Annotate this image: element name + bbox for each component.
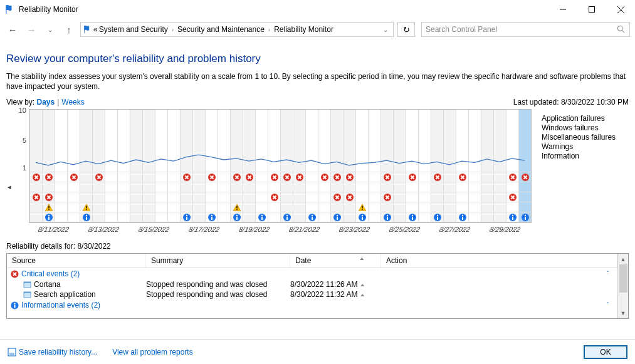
event-cell[interactable] xyxy=(280,212,293,222)
viewby-weeks-link[interactable]: Weeks xyxy=(61,98,84,107)
chart-column[interactable] xyxy=(155,110,167,172)
event-cell[interactable] xyxy=(155,212,167,222)
event-cell[interactable] xyxy=(481,182,493,192)
scroll-down-icon[interactable]: ▼ xyxy=(618,308,628,318)
event-cell[interactable] xyxy=(493,192,506,202)
event-cell[interactable] xyxy=(205,172,218,182)
event-cell[interactable] xyxy=(255,212,268,222)
event-cell[interactable] xyxy=(142,182,155,192)
table-row[interactable]: Search applicationStopped responding and… xyxy=(7,289,617,299)
event-cell[interactable] xyxy=(230,212,243,222)
reliability-chart[interactable] xyxy=(29,109,532,223)
event-cell[interactable] xyxy=(293,212,305,222)
event-cell[interactable] xyxy=(29,172,42,182)
chart-column[interactable] xyxy=(406,110,418,172)
event-cell[interactable] xyxy=(506,202,518,212)
chart-scroll-left[interactable]: ◂ xyxy=(6,109,13,233)
chart-column[interactable] xyxy=(67,110,80,172)
event-cell[interactable] xyxy=(192,172,205,182)
event-cell[interactable] xyxy=(330,202,343,212)
event-cell[interactable] xyxy=(418,172,431,182)
event-cell[interactable] xyxy=(318,182,330,192)
event-cell[interactable] xyxy=(393,182,406,192)
event-cell[interactable] xyxy=(155,182,167,192)
event-cell[interactable] xyxy=(418,192,431,202)
event-cell[interactable] xyxy=(330,192,343,202)
event-cell[interactable] xyxy=(167,202,180,212)
event-cell[interactable] xyxy=(330,182,343,192)
chart-column[interactable] xyxy=(368,110,380,172)
event-cell[interactable] xyxy=(280,172,293,182)
event-cell[interactable] xyxy=(293,202,305,212)
event-cell[interactable] xyxy=(368,202,380,212)
event-cell[interactable] xyxy=(67,172,80,182)
chart-column[interactable] xyxy=(142,110,155,172)
event-cell[interactable] xyxy=(393,172,406,182)
event-cell[interactable] xyxy=(55,172,67,182)
event-cell[interactable] xyxy=(130,172,142,182)
details-group-header[interactable]: Critical events (2)ˆ xyxy=(7,268,617,279)
event-cell[interactable] xyxy=(431,202,443,212)
event-cell[interactable] xyxy=(406,172,418,182)
event-cell[interactable] xyxy=(355,192,368,202)
save-history-link[interactable]: Save reliability history... xyxy=(8,348,97,356)
refresh-button[interactable]: ↻ xyxy=(397,22,415,37)
chart-column[interactable] xyxy=(230,110,243,172)
event-cell[interactable] xyxy=(456,212,468,222)
chart-column[interactable] xyxy=(205,110,218,172)
event-cell[interactable] xyxy=(380,172,393,182)
event-cell[interactable] xyxy=(205,192,218,202)
view-all-reports-link[interactable]: View all problem reports xyxy=(112,348,193,356)
event-cell[interactable] xyxy=(380,192,393,202)
event-cell[interactable] xyxy=(117,202,130,212)
event-cell[interactable] xyxy=(92,192,105,202)
chart-column[interactable] xyxy=(493,110,506,172)
event-cell[interactable] xyxy=(518,202,531,212)
chart-column[interactable] xyxy=(343,110,355,172)
chart-column[interactable] xyxy=(318,110,330,172)
event-cell[interactable] xyxy=(243,202,255,212)
event-cell[interactable] xyxy=(92,172,105,182)
event-cell[interactable] xyxy=(192,202,205,212)
event-cell[interactable] xyxy=(305,182,318,192)
event-cell[interactable] xyxy=(142,172,155,182)
breadcrumb-item[interactable]: Security and Maintenance xyxy=(177,25,265,34)
event-cell[interactable] xyxy=(355,212,368,222)
event-cell[interactable] xyxy=(493,212,506,222)
event-cell[interactable] xyxy=(330,172,343,182)
chart-column[interactable] xyxy=(418,110,431,172)
event-cell[interactable] xyxy=(305,212,318,222)
event-cell[interactable] xyxy=(280,192,293,202)
event-cell[interactable] xyxy=(29,192,42,202)
back-button[interactable]: ← xyxy=(5,22,20,37)
event-cell[interactable] xyxy=(105,172,117,182)
event-cell[interactable] xyxy=(343,202,355,212)
event-cell[interactable] xyxy=(42,192,55,202)
chart-column[interactable] xyxy=(330,110,343,172)
event-cell[interactable] xyxy=(518,192,531,202)
event-cell[interactable] xyxy=(305,192,318,202)
chart-column[interactable] xyxy=(305,110,318,172)
event-cell[interactable] xyxy=(130,182,142,192)
event-cell[interactable] xyxy=(406,202,418,212)
chart-column[interactable] xyxy=(192,110,205,172)
event-cell[interactable] xyxy=(380,212,393,222)
chart-column[interactable] xyxy=(293,110,305,172)
up-button[interactable]: ↑ xyxy=(61,22,76,37)
chart-column[interactable] xyxy=(280,110,293,172)
event-cell[interactable] xyxy=(167,192,180,202)
event-cell[interactable] xyxy=(130,212,142,222)
close-button[interactable] xyxy=(606,0,635,19)
chart-column[interactable] xyxy=(268,110,280,172)
event-cell[interactable] xyxy=(243,212,255,222)
event-cell[interactable] xyxy=(268,212,280,222)
event-cell[interactable] xyxy=(481,172,493,182)
event-cell[interactable] xyxy=(105,192,117,202)
event-cell[interactable] xyxy=(418,182,431,192)
event-cell[interactable] xyxy=(155,172,167,182)
event-cell[interactable] xyxy=(518,212,531,222)
event-cell[interactable] xyxy=(80,192,92,202)
event-cell[interactable] xyxy=(205,202,218,212)
event-cell[interactable] xyxy=(218,182,230,192)
event-cell[interactable] xyxy=(431,172,443,182)
